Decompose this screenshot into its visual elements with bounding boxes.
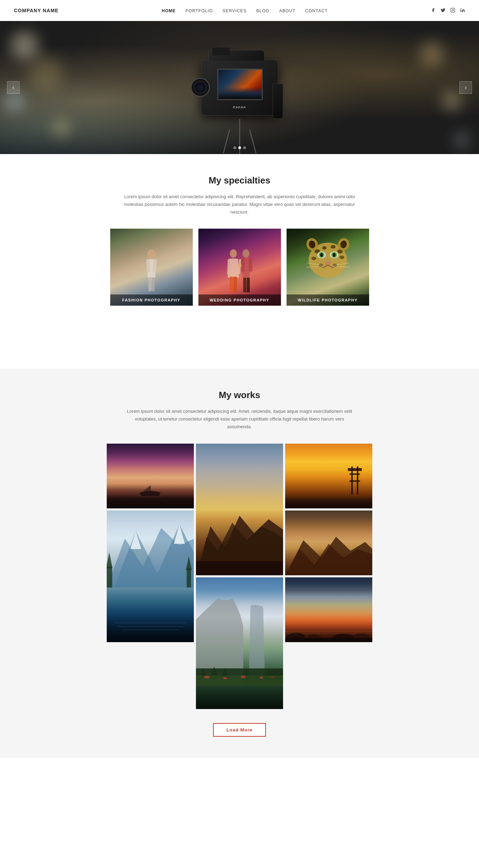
bokeh-2 [3,91,24,112]
specialty-wildlife[interactable]: WILDLIFE PHOTOGRAPHY [287,229,369,306]
svg-point-77 [241,675,246,678]
hero-prev-icon: ‹ [12,84,14,91]
hero-dot-2[interactable] [238,146,241,149]
bokeh-7 [455,133,469,147]
camera-body: Canon [201,60,278,116]
camera-lens [191,78,210,97]
facebook-link[interactable] [431,8,436,14]
specialties-title: My specialties [28,175,451,186]
social-links [431,8,465,14]
specialty-wedding[interactable]: WEDDING PHOTOGRAPHY [198,229,281,306]
specialty-fashion[interactable]: FASHION PHOTOGRAPHY [110,229,193,306]
bokeh-1 [10,32,38,60]
twitter-link[interactable] [441,8,445,14]
svg-rect-54 [348,468,362,471]
specialties-description: Lorem ipsum dolor sit amet consectetur a… [121,193,359,216]
hero-dot-3[interactable] [243,146,246,149]
svg-point-25 [339,256,344,259]
svg-rect-53 [350,480,360,482]
svg-rect-11 [233,277,237,292]
svg-rect-15 [249,258,252,272]
svg-point-78 [260,676,263,679]
bokeh-4 [52,119,70,137]
work-mountain-warm[interactable] [285,511,372,575]
camera-bump [212,48,230,55]
svg-rect-16 [243,278,246,292]
fashion-label: FASHION PHOTOGRAPHY [110,294,193,306]
camera-brand-label: Canon [233,105,246,109]
svg-point-18 [238,263,242,268]
nav-services[interactable]: SERVICES [223,8,246,13]
svg-point-33 [333,253,336,257]
svg-point-12 [242,249,249,258]
work-mountain-warm-image [285,511,372,575]
work-boat-image [107,444,194,508]
camera-screen-image [218,70,262,99]
work-yosemite-image [196,577,283,709]
svg-marker-60 [107,553,113,568]
work-yosemite[interactable] [196,577,283,709]
work-mountain-center[interactable] [196,444,283,575]
svg-point-22 [331,245,336,249]
fashion-image [110,229,193,306]
work-mountain-image [196,444,283,575]
bokeh-6 [442,91,462,110]
svg-point-9 [230,249,237,258]
nav-contact[interactable]: CONTACT [305,8,327,13]
works-description: Lorem ipsum dolor sit amet consectetur a… [124,408,355,431]
bokeh-5 [420,42,444,67]
svg-rect-17 [247,278,250,292]
camera-top [209,50,265,61]
load-more-button[interactable]: Load More [213,723,266,737]
hero-next-icon: › [465,84,466,91]
hero-dot-1[interactable] [233,146,236,149]
wildlife-image [287,229,369,306]
nav-about[interactable]: ABOUT [279,8,295,13]
hero-next-button[interactable]: › [459,81,472,94]
camera-illustration: Canon [201,60,278,116]
svg-rect-61 [186,568,191,588]
svg-point-75 [204,676,210,679]
work-shore-image [285,577,372,642]
linkedin-link[interactable] [460,8,465,14]
svg-rect-86 [285,638,372,642]
svg-rect-8 [152,277,155,291]
specialties-section: My specialties Lorem ipsum dolor sit ame… [0,154,479,334]
work-snow[interactable] [107,511,194,642]
camera-lens-inner [194,81,206,93]
work-pier-image [285,444,372,508]
instagram-link[interactable] [450,8,455,14]
spacer [0,334,479,369]
hero-prev-button[interactable]: ‹ [7,81,20,94]
svg-point-24 [311,257,316,260]
hero-dots [233,146,246,149]
svg-point-32 [320,253,323,257]
svg-rect-49 [196,561,283,575]
company-logo[interactable]: COMPANY NAME [14,8,58,13]
works-title: My works [28,390,451,401]
svg-rect-59 [107,567,112,588]
work-boat[interactable] [107,444,194,508]
work-shore[interactable] [285,577,372,642]
svg-point-76 [223,677,227,679]
svg-point-2 [460,8,461,9]
nav-home[interactable]: HOME [162,8,176,13]
svg-point-21 [322,246,326,250]
screen-city [218,87,262,99]
works-section: My works Lorem ipsum dolor sit amet cons… [0,369,479,757]
svg-point-34 [325,261,331,265]
work-pier[interactable] [285,444,372,508]
nav-menu: HOME PORTFOLIO SERVICES BLOG ABOUT CONTA… [162,7,327,14]
svg-rect-7 [148,277,152,291]
work-snow-image [107,511,194,642]
camera-screen [217,69,263,100]
svg-rect-0 [451,8,455,12]
bokeh-3 [28,56,63,91]
nav-portfolio[interactable]: PORTFOLIO [185,8,213,13]
svg-rect-52 [350,473,360,475]
hero-slider: Canon ‹ › [0,21,479,154]
wildlife-label: WILDLIFE PHOTOGRAPHY [287,294,369,306]
nav-blog[interactable]: BLOG [256,8,269,13]
svg-point-79 [270,676,274,678]
svg-point-3 [147,249,156,259]
